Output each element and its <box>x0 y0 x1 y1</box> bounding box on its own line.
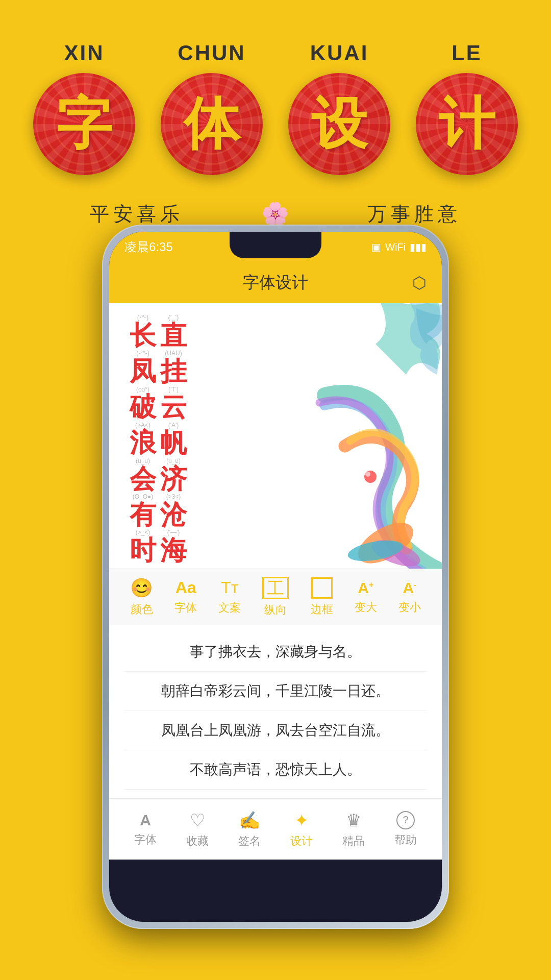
circle-char-zi: 字 <box>56 96 112 152</box>
nav-design-label: 设计 <box>290 834 313 849</box>
poem-char-lang: 浪 <box>130 429 156 457</box>
pinyin-xin: XIN <box>64 41 104 65</box>
poem-columns: (-°-) 长 (-°°-) 凤 (oo°) 破 (>A<) 浪 (u_u) 会… <box>130 313 187 565</box>
text-icon: Tт <box>221 578 238 597</box>
phone-outer-frame: 凌晨6:35 ▣ WiFi ▮▮▮ 字体设计 ⬡ <box>102 225 449 929</box>
pinyin-item-kuai: KUAI 设 <box>283 41 395 175</box>
nav-item-sign[interactable]: ✍ 签名 <box>238 810 261 849</box>
nav-premium-label: 精品 <box>342 834 365 849</box>
nav-sign-label: 签名 <box>238 834 261 849</box>
nav-premium-icon: ♛ <box>346 810 361 830</box>
lotus-icon: 🌸 <box>261 201 289 227</box>
shrink-label: 变小 <box>398 600 421 615</box>
circle-char-ti: 体 <box>184 96 240 152</box>
tool-font[interactable]: Aa 字体 <box>174 578 197 616</box>
tool-color[interactable]: 😊 颜色 <box>130 577 153 617</box>
circle-char-ji: 计 <box>439 96 495 152</box>
pinyin-item-le: LE 计 <box>411 41 523 175</box>
editing-toolbar: 😊 颜色 Aa 字体 Tт 文案 工 纵向 边框 <box>109 569 442 625</box>
text-label: 文案 <box>218 600 241 616</box>
phone-mockup: 凌晨6:35 ▣ WiFi ▮▮▮ 字体设计 ⬡ <box>102 225 449 929</box>
signal-icon: ▣ <box>371 241 381 253</box>
circle-badge-ti: 体 <box>161 73 263 175</box>
enlarge-icon: A+ <box>358 579 373 597</box>
poem-char-you: 有 <box>130 501 156 529</box>
left-subtitle: 平安喜乐 <box>90 201 184 227</box>
right-subtitle: 万事胜意 <box>367 201 461 227</box>
poem-char-shi: 时 <box>130 537 156 565</box>
border-label: 边框 <box>311 602 333 617</box>
nav-help-label: 帮助 <box>394 832 417 848</box>
app-canvas-area[interactable]: (-°-) 长 (-°°-) 凤 (oo°) 破 (>A<) 浪 (u_u) 会… <box>109 303 442 569</box>
poem-line-1: 事了拂衣去，深藏身与名。 <box>124 632 427 672</box>
shrink-icon: A- <box>403 579 416 597</box>
dragon-illustration <box>273 303 442 569</box>
pinyin-le: LE <box>452 41 482 65</box>
nav-item-font[interactable]: A 字体 <box>134 812 157 847</box>
share-icon[interactable]: ⬡ <box>412 273 427 292</box>
poem-char-po: 破 <box>130 394 156 422</box>
poem-line-4: 不敢高声语，恐惊天上人。 <box>124 750 427 790</box>
phone-screen: 凌晨6:35 ▣ WiFi ▮▮▮ 字体设计 ⬡ <box>109 232 442 922</box>
nav-item-help[interactable]: ? 帮助 <box>394 811 417 848</box>
poem-line-5: 危楼高百尺，手可摘星辰。 <box>124 790 427 798</box>
poem-line-2: 朝辞白帝彩云间，千里江陵一日还。 <box>124 672 427 711</box>
nav-item-collect[interactable]: ♡ 收藏 <box>186 810 209 849</box>
tool-shrink[interactable]: A- 变小 <box>398 579 421 615</box>
circle-badge-zi: 字 <box>33 73 135 175</box>
nav-sign-icon: ✍ <box>239 810 260 830</box>
circle-char-she: 设 <box>311 96 367 152</box>
tool-border[interactable]: 边框 <box>311 577 333 617</box>
poem-char-feng: 凤 <box>130 358 156 386</box>
wifi-icon: WiFi <box>385 241 406 253</box>
pinyin-item-chun: CHUN 体 <box>156 41 268 175</box>
pinyin-chun: CHUN <box>178 41 245 65</box>
svg-point-4 <box>365 472 370 477</box>
status-icons: ▣ WiFi ▮▮▮ <box>371 241 427 253</box>
bottom-navigation: A 字体 ♡ 收藏 ✍ 签名 ✦ 设计 ♛ 精品 <box>109 798 442 860</box>
tool-enlarge[interactable]: A+ 变大 <box>355 579 377 615</box>
app-header: 字体设计 ⬡ <box>109 262 442 303</box>
color-icon: 😊 <box>130 577 153 599</box>
tool-text[interactable]: Tт 文案 <box>218 578 241 616</box>
pinyin-row: XIN 字 CHUN 体 KUAI <box>20 41 531 175</box>
pinyin-item-xin: XIN 字 <box>28 41 140 175</box>
vertical-icon: 工 <box>262 577 289 599</box>
subtitle-row: 平安喜乐 🌸 万事胜意 <box>20 201 531 227</box>
app-title: 字体设计 <box>243 272 308 294</box>
poem-char-ji: 济 <box>160 465 187 494</box>
nav-help-icon: ? <box>396 811 415 829</box>
font-label: 字体 <box>174 600 197 616</box>
poem-char-hai: 海 <box>160 537 187 565</box>
nav-item-premium[interactable]: ♛ 精品 <box>342 810 365 849</box>
nav-collect-label: 收藏 <box>186 834 209 849</box>
circle-badge-she: 设 <box>288 73 390 175</box>
poem-char-fan: 帆 <box>160 429 187 457</box>
hero-section: XIN 字 CHUN 体 KUAI <box>0 0 551 248</box>
nav-font-label: 字体 <box>134 832 157 847</box>
status-time: 凌晨6:35 <box>124 239 173 255</box>
pinyin-kuai: KUAI <box>310 41 369 65</box>
nav-item-design[interactable]: ✦ 设计 <box>290 810 313 849</box>
nav-collect-icon: ♡ <box>190 810 205 830</box>
poem-col-2: ('_') 直 (UAU) 挂 ('T') 云 ('A') 帆 (u_u) 济 … <box>160 313 187 565</box>
tool-vertical[interactable]: 工 纵向 <box>262 577 289 618</box>
poem-char-zhi: 直 <box>160 322 187 350</box>
poem-char-cang: 沧 <box>160 501 187 529</box>
phone-notch <box>230 232 321 258</box>
circle-badge-ji: 计 <box>416 73 518 175</box>
nav-design-icon: ✦ <box>294 810 309 830</box>
enlarge-label: 变大 <box>355 600 377 615</box>
battery-icon: ▮▮▮ <box>410 241 427 253</box>
poem-col-1: (-°-) 长 (-°°-) 凤 (oo°) 破 (>A<) 浪 (u_u) 会… <box>130 313 156 565</box>
poem-text-area: 事了拂衣去，深藏身与名。 朝辞白帝彩云间，千里江陵一日还。 凤凰台上凤凰游，凤去… <box>109 625 442 798</box>
border-icon <box>311 577 333 599</box>
poem-line-3: 凤凰台上凤凰游，凤去台空江自流。 <box>124 711 427 750</box>
poem-char-chang: 长 <box>130 322 156 350</box>
poem-char-gua: 挂 <box>160 358 187 386</box>
nav-font-icon: A <box>140 812 151 829</box>
font-icon: Aa <box>176 578 196 597</box>
poem-char-hui: 会 <box>130 465 156 494</box>
poem-char-yun: 云 <box>160 394 187 422</box>
color-label: 颜色 <box>131 602 153 617</box>
